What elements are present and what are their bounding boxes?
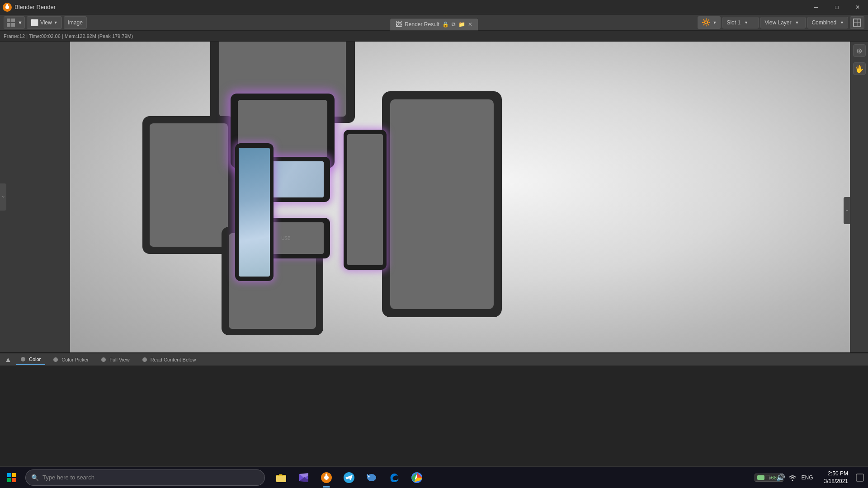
search-placeholder: Type here to search — [42, 474, 94, 481]
header-right: 🔆 ▼ Slot 1 ▼ View Layer ▼ Combined ▼ — [698, 16, 864, 29]
status-text: Frame:12 | Time:00:02.06 | Mem:122.92M (… — [4, 33, 133, 39]
color-tab-label: Color — [29, 357, 41, 362]
device-right-small — [344, 130, 387, 270]
svg-rect-2 — [6, 4, 8, 7]
svg-point-27 — [792, 479, 793, 481]
minimize-button[interactable]: ─ — [806, 0, 826, 14]
title-bar: Blender Render ─ □ ✕ — [0, 0, 868, 14]
full-view-label: Full View — [109, 357, 129, 362]
date: 3/18/2021 — [824, 478, 848, 485]
render-area: USB — [0, 42, 850, 352]
circle-icon-4 — [142, 357, 147, 362]
device-right-screen — [390, 99, 494, 309]
notification-button[interactable] — [852, 467, 868, 488]
search-bar[interactable]: 🔍 Type here to search — [25, 469, 265, 486]
start-button[interactable] — [0, 467, 24, 488]
svg-rect-12 — [7, 478, 11, 482]
left-panel-toggle[interactable]: › — [0, 183, 6, 211]
copy-icon: ⧉ — [452, 21, 456, 28]
right-toggle-chevron: ‹ — [844, 210, 849, 211]
taskbar-app-edge[interactable] — [383, 467, 405, 488]
view-layer-dropdown[interactable]: View Layer ▼ — [760, 17, 806, 28]
lock-icon: 🔒 — [442, 21, 449, 28]
close-tab-btn[interactable]: ✕ — [468, 21, 472, 28]
svg-rect-5 — [7, 23, 10, 27]
render-engine-btn[interactable]: 🔆 ▼ — [698, 16, 721, 29]
device-left-screen — [150, 123, 228, 247]
combined-dropdown[interactable]: Combined ▼ — [807, 17, 848, 28]
slot-dropdown[interactable]: Slot 1 ▼ — [722, 17, 759, 28]
circle-icon-3 — [101, 357, 106, 362]
usb-label: USB — [281, 236, 291, 241]
view-layer-label: View Layer — [764, 19, 791, 26]
language-indicator[interactable]: ENG — [800, 474, 815, 481]
taskbar-app-vs[interactable] — [293, 467, 315, 488]
hand-tool-btn[interactable]: 🖐 — [853, 62, 866, 75]
battery-indicator[interactable]: 68% — [764, 473, 774, 482]
svg-rect-10 — [7, 473, 11, 477]
svg-rect-28 — [856, 474, 863, 481]
image-menu[interactable]: Image — [64, 16, 87, 29]
taskbar: 🔍 Type here to search — [0, 466, 868, 488]
zoom-fit-btn[interactable]: ⊕ — [853, 44, 866, 57]
taskbar-apps — [270, 467, 428, 488]
color-tab[interactable]: Color — [16, 354, 45, 365]
taskbar-app-chrome[interactable] — [406, 467, 428, 488]
aspect-ratio-btn[interactable] — [850, 16, 864, 29]
svg-point-24 — [368, 476, 370, 477]
render-icon: 🖼 — [396, 21, 402, 28]
speaker-icon[interactable]: 🔊 — [776, 473, 785, 482]
color-picker-tab[interactable]: Color Picker — [49, 354, 93, 365]
network-icon[interactable] — [788, 473, 797, 482]
svg-rect-4 — [11, 19, 15, 22]
scene-canvas: USB — [70, 42, 850, 352]
read-content-tab[interactable]: Read Content Below — [138, 354, 201, 365]
time: 2:50 PM — [824, 470, 848, 478]
svg-rect-3 — [7, 19, 10, 22]
header-center: 🖼 Render Result 🔒 ⧉ 📁 ✕ — [390, 14, 478, 31]
viewport-icon-btn[interactable]: ▼ — [4, 16, 25, 29]
device-left-small — [235, 143, 274, 281]
clock[interactable]: 2:50 PM 3/18/2021 — [821, 470, 852, 485]
taskbar-app-dolphin[interactable] — [361, 467, 382, 488]
bottom-panel: ▲ Color Color Picker Full View Read Cont… — [0, 352, 868, 466]
svg-rect-11 — [12, 473, 16, 477]
header-left: ▼ ⬜ View ▼ Image — [4, 16, 87, 29]
taskbar-app-telegram[interactable] — [338, 467, 360, 488]
read-content-label: Read Content Below — [151, 357, 196, 362]
blender-logo — [0, 0, 14, 14]
device-left-small-screen — [239, 148, 270, 277]
svg-rect-21 — [326, 474, 327, 477]
viewport-expand-icon: ▼ — [18, 20, 23, 25]
left-strip — [0, 42, 70, 352]
collapse-btn[interactable]: ▲ — [4, 355, 13, 364]
taskbar-app-blender[interactable] — [316, 467, 337, 488]
close-button[interactable]: ✕ — [847, 0, 868, 14]
hand-icon: 🖐 — [855, 65, 864, 73]
render-engine-icon: 🔆 — [702, 18, 711, 27]
view-menu[interactable]: ⬜ View ▼ — [27, 16, 62, 29]
bottom-panel-content — [0, 366, 868, 466]
status-bar: Frame:12 | Time:00:02.06 | Mem:122.92M (… — [0, 31, 868, 42]
taskbar-app-explorer[interactable] — [270, 467, 292, 488]
render-tab-label: Render Result — [405, 21, 439, 28]
system-tray: ⌃ 68% 🔊 ENG — [747, 473, 821, 482]
maximize-button[interactable]: □ — [826, 0, 847, 14]
window-title: Blender Render — [14, 4, 806, 10]
zoom-fit-icon: ⊕ — [856, 47, 862, 55]
right-toolbar: ⊕ 🖐 — [850, 42, 868, 385]
view-label: View — [40, 19, 52, 26]
bottom-panel-toolbar: ▲ Color Color Picker Full View Read Cont… — [0, 353, 868, 366]
svg-rect-6 — [11, 23, 15, 27]
circle-icon-2 — [53, 357, 58, 362]
device-right-small-screen — [347, 134, 383, 265]
device-right-portrait — [382, 91, 502, 317]
full-view-tab[interactable]: Full View — [97, 354, 134, 365]
circle-icon — [21, 357, 25, 361]
render-result-tab[interactable]: 🖼 Render Result 🔒 ⧉ 📁 ✕ — [390, 18, 478, 31]
window-controls: ─ □ ✕ — [806, 0, 868, 14]
slot-label: Slot 1 — [726, 19, 741, 26]
toggle-chevron: › — [1, 196, 6, 197]
right-panel-toggle[interactable]: ‹ — [844, 197, 850, 224]
combined-label: Combined — [811, 19, 836, 26]
